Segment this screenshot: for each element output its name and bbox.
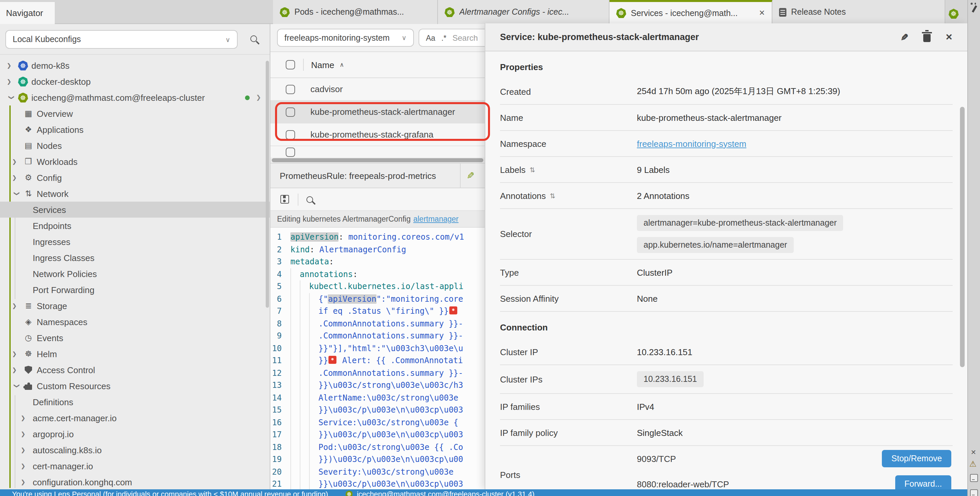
port-link[interactable]: 9093/TCP xyxy=(637,454,676,464)
horizontal-scrollbar-thumb[interactable] xyxy=(272,158,483,162)
edit-icon[interactable]: ✎ xyxy=(901,32,908,42)
horizontal-scrollbar[interactable] xyxy=(270,157,485,163)
notification-box-icon[interactable] xyxy=(970,474,978,482)
row-checkbox[interactable] xyxy=(286,147,295,157)
sidebar-item-storage[interactable]: ❯≣Storage xyxy=(0,298,270,314)
tab-release-notes[interactable]: Release Notes xyxy=(772,0,945,24)
sidebar-item-icecheng-mathmast-com-freeleaps-cluster[interactable]: ❯☸icecheng@mathmast.com@freeleaps-cluste… xyxy=(0,89,270,105)
save-icon[interactable] xyxy=(280,195,289,203)
chevron-right-icon[interactable]: ❯ xyxy=(21,415,31,421)
sidebar-item-workloads[interactable]: ❯❒Workloads xyxy=(0,154,270,170)
chevron-right-icon[interactable]: ❯ xyxy=(21,463,31,469)
tab-pods-icecheng-mathmas[interactable]: ☸Pods - icecheng@mathmas... xyxy=(273,0,438,24)
sidebar-item-cert-manager-io[interactable]: ❯cert-manager.io xyxy=(0,458,270,474)
chevron-down-icon[interactable]: ❯ xyxy=(14,381,21,391)
sidebar-item-docker-desktop[interactable]: ❯☸docker-desktop xyxy=(0,73,270,89)
chevron-right-icon[interactable]: ❯ xyxy=(12,302,22,309)
row-checkbox[interactable] xyxy=(286,130,295,139)
table-row-partial[interactable] xyxy=(270,146,485,157)
sidebar-item-custom-resources[interactable]: ❯Custom Resources xyxy=(0,378,270,394)
details-scrollbar[interactable] xyxy=(960,107,965,367)
sort-toggle-icon[interactable]: ⇅ xyxy=(550,192,555,199)
editor-line-3[interactable]: 3metadata: xyxy=(270,256,485,268)
sidebar-item-definitions[interactable]: Definitions xyxy=(0,394,270,410)
chevron-down-icon[interactable]: ❯ xyxy=(8,92,15,102)
editor-line-5[interactable]: 5kubectl.kubernetes.io/last-appli xyxy=(270,280,485,293)
regex-toggle[interactable]: .* xyxy=(441,34,446,42)
sidebar-item-autoscaling-k8s-io[interactable]: ❯autoscaling.k8s.io xyxy=(0,442,270,458)
chevron-right-icon[interactable]: ❯ xyxy=(12,350,22,357)
tab-close-icon[interactable]: ✕ xyxy=(759,9,765,17)
editor-line-10[interactable]: 10}}"}],"html":"\u003ch3\u003e\u xyxy=(270,342,485,355)
editor-line-19[interactable]: 19}})\u003c/p\u003e\n\u003cp\u00 xyxy=(270,453,485,466)
editor-line-14[interactable]: 14AlertName:\u003c/strong\u003e xyxy=(270,391,485,404)
chevron-right-icon[interactable]: ❯ xyxy=(21,479,31,485)
editor-line-16[interactable]: 16Service:\u003c/strong\u003e { xyxy=(270,416,485,429)
sidebar-item-overview[interactable]: ▦Overview xyxy=(0,105,270,121)
cluster-version-text[interactable]: icecheng@mathmast.com@freeleaps-cluster … xyxy=(357,490,535,496)
prometheus-rule-panel-header[interactable]: PrometheusRule: freepeals-prod-metrics ✎ xyxy=(270,163,485,188)
table-row-kube-prometheus-stack-grafana[interactable]: kube-prometheus-stack-grafana xyxy=(270,124,485,146)
overflow-tab-kubernetes-icon[interactable]: ☸ xyxy=(949,7,959,19)
stop-remove-button[interactable]: Stop/Remove xyxy=(882,450,951,467)
editor-line-1[interactable]: 1apiVersion: monitoring.coreos.com/v1 xyxy=(270,231,485,243)
editor-line-6[interactable]: 6{"apiVersion":"monitoring.core xyxy=(270,293,485,305)
row-checkbox[interactable] xyxy=(286,107,295,116)
editor-line-13[interactable]: 13}}\u003c/strong\u003e\u003c/h3 xyxy=(270,379,485,391)
chevron-down-icon[interactable]: ❯ xyxy=(14,189,21,199)
table-row-kube-prometheus-stack-alertmanager[interactable]: kube-prometheus-stack-alertmanager xyxy=(270,101,485,124)
chevron-right-icon[interactable]: ❯ xyxy=(21,431,31,437)
sidebar-item-endpoints[interactable]: Endpoints xyxy=(0,218,270,234)
row-checkbox[interactable] xyxy=(286,84,295,94)
editor-line-12[interactable]: 12.CommonAnnotations.summary }}- xyxy=(270,367,485,379)
navigator-tab[interactable]: Navigator xyxy=(0,2,55,24)
sidebar-item-namespaces[interactable]: ◈Namespaces xyxy=(0,314,270,330)
sidebar-item-nodes[interactable]: ▤Nodes xyxy=(0,138,270,154)
sidebar-scrollbar[interactable] xyxy=(266,61,269,308)
sidebar-item-port-forwarding[interactable]: Port Forwarding xyxy=(0,282,270,298)
editor-search-icon[interactable] xyxy=(306,196,313,203)
search-icon[interactable] xyxy=(250,35,257,42)
sidebar-item-network[interactable]: ❯⇅Network xyxy=(0,186,270,202)
close-icon[interactable]: ✕ xyxy=(970,448,976,456)
match-case-toggle[interactable]: Aa xyxy=(426,34,435,42)
port-link[interactable]: 8080:reloader-web/TCP xyxy=(637,479,729,489)
chevron-right-icon[interactable]: ❯ xyxy=(12,158,22,165)
notification-box-icon[interactable] xyxy=(970,489,978,496)
chevron-right-icon[interactable]: ❯ xyxy=(7,78,17,85)
sidebar-item-events[interactable]: ◷Events xyxy=(0,330,270,346)
sort-toggle-icon[interactable]: ⇅ xyxy=(530,166,535,173)
tab-services-icecheng-math[interactable]: ☸Services - icecheng@math...✕ xyxy=(609,0,772,24)
edit-icon[interactable]: ✎ xyxy=(467,170,474,181)
editor-line-7[interactable]: 7if eq .Status \"firing\" }} xyxy=(270,305,485,318)
sidebar-item-services[interactable]: Services xyxy=(0,202,270,218)
sidebar-item-ingresses[interactable]: Ingresses xyxy=(0,234,270,250)
alertmanager-link[interactable]: alertmanager xyxy=(413,215,459,223)
search-input[interactable]: Aa .* Search xyxy=(418,29,485,47)
kubeconfig-select[interactable]: Local Kubeconfigs ∨ xyxy=(5,30,238,49)
sidebar-item-helm[interactable]: ❯☸Helm xyxy=(0,346,270,362)
chevron-right-icon[interactable]: ❯ xyxy=(256,94,261,101)
chevron-right-icon[interactable]: ❯ xyxy=(21,447,31,453)
sidebar-item-access-control[interactable]: ❯Access Control xyxy=(0,362,270,378)
sidebar-item-applications[interactable]: ❖Applications xyxy=(0,121,270,138)
editor-line-15[interactable]: 15}}\u003c/p\u003e\n\u003cp\u003 xyxy=(270,404,485,416)
namespace-select[interactable]: freeleaps-monitoring-system ∨ xyxy=(277,29,414,47)
editor-line-11[interactable]: 11}} Alert: {{ .CommonAnnotati xyxy=(270,355,485,367)
select-all-checkbox[interactable] xyxy=(286,60,295,70)
sidebar-item-ingress-classes[interactable]: Ingress Classes xyxy=(0,250,270,266)
editor-line-4[interactable]: 4annotations: xyxy=(270,268,485,280)
forward-button[interactable]: Forward... xyxy=(895,475,951,489)
name-column-header[interactable]: Name xyxy=(311,60,334,70)
editor-line-9[interactable]: 9.CommonAnnotations.summary }}- xyxy=(270,330,485,342)
sidebar-item-network-policies[interactable]: Network Policies xyxy=(0,266,270,282)
editor-line-2[interactable]: 2kind: AlertmanagerConfig xyxy=(270,243,485,256)
editor-line-17[interactable]: 17}}\u003c/p\u003e\n\u003cp\u003 xyxy=(270,429,485,441)
close-icon[interactable]: ✕ xyxy=(945,32,953,42)
table-row-cadvisor[interactable]: cadvisor xyxy=(270,78,485,101)
editor-line-8[interactable]: 8.CommonAnnotations.summary }}- xyxy=(270,318,485,330)
chevron-right-icon[interactable]: ❯ xyxy=(7,62,17,69)
sidebar-item-argoproj-io[interactable]: ❯argoproj.io xyxy=(0,426,270,442)
chevron-right-icon[interactable]: ❯ xyxy=(12,367,22,373)
chevron-right-icon[interactable]: ❯ xyxy=(12,174,22,181)
